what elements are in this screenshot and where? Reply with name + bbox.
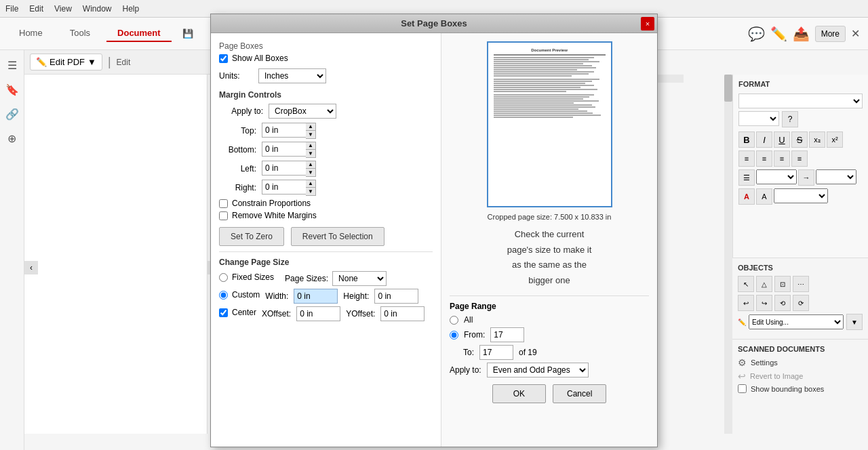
menu-view[interactable]: View [54,4,72,14]
bold-button[interactable]: B [738,131,755,148]
dropdown-arrow-icon: ▼ [87,57,96,67]
from-input[interactable] [490,327,524,342]
ok-button[interactable]: OK [492,384,546,403]
preview-line [494,112,593,114]
tab-document[interactable]: Document [106,25,172,42]
help-circle-icon[interactable]: ? [782,111,798,127]
right-decrement-button[interactable]: ▼ [306,188,315,195]
top-increment-button[interactable]: ▲ [306,123,315,131]
pen-icon[interactable]: ✏️ [770,26,787,42]
select-object-button[interactable]: ↖ [738,276,754,292]
page-sizes-row: Page Sizes: None [285,271,387,286]
nav-arrow-left[interactable]: ‹ [24,261,38,274]
underline-button[interactable]: U [774,131,790,148]
strikethrough-button[interactable]: S [791,131,808,148]
bottom-decrement-button[interactable]: ▼ [306,150,315,157]
top-spin-buttons: ▲ ▼ [306,123,316,139]
align-justify-button[interactable]: ≡ [791,150,808,167]
superscript-button[interactable]: x² [827,131,843,148]
center-checkbox-row: Center [219,308,256,317]
preview-line [494,91,566,92]
redo-button[interactable]: ↪ [756,295,772,311]
sidebar-icon-pages[interactable]: ☰ [3,56,22,75]
dialog-close-button[interactable]: × [641,17,654,30]
edit-pdf-icon: ✏️ [36,57,47,67]
revert-label: Revert to Image [750,372,803,380]
more-objects-button[interactable]: ⋯ [793,276,809,292]
fixed-sizes-radio[interactable] [219,273,228,282]
set-to-zero-button[interactable]: Set To Zero [219,227,284,246]
to-input[interactable] [479,345,513,360]
left-increment-button[interactable]: ▲ [306,161,315,169]
apply-to-page-range-select[interactable]: Even and Odd Pages [487,363,589,377]
settings-label[interactable]: Settings [751,359,778,367]
all-radio[interactable] [450,316,458,325]
font-family-select[interactable] [738,94,863,108]
list-style-select[interactable] [756,169,797,184]
comment-icon[interactable]: 💬 [748,26,765,42]
edit-pdf-button[interactable]: ✏️ Edit PDF ▼ [30,54,102,70]
edit-using-select[interactable]: Edit Using... [749,314,844,329]
close-app-icon[interactable]: ✕ [851,27,860,40]
subscript2-button[interactable]: A [756,188,772,205]
triangle-button[interactable]: △ [756,276,772,292]
menu-window[interactable]: Window [83,4,112,14]
italic-button[interactable]: I [756,131,772,148]
menu-help[interactable]: Help [123,4,140,14]
rotate-button[interactable]: ⟲ [774,295,791,311]
align-center-button[interactable]: ≡ [756,150,772,167]
show-bounding-checkbox[interactable] [738,384,747,393]
units-select[interactable]: Inches [258,68,326,83]
menu-edit[interactable]: Edit [29,4,43,14]
menu-file[interactable]: File [5,4,18,14]
right-scrollbar-thumb[interactable] [724,75,732,102]
edit-dropdown-button[interactable]: ▼ [846,314,863,330]
revert-to-selection-button[interactable]: Revert To Selection [291,227,384,246]
right-increment-button[interactable]: ▲ [306,180,315,188]
undo-button[interactable]: ↩ [738,295,754,311]
width-input[interactable] [294,289,338,304]
text-color-button[interactable]: A [738,188,755,205]
yoffset-label: YOffset: [346,309,375,319]
top-margin-row: Top: ▲ ▼ [219,123,433,139]
page-sizes-select[interactable]: None [332,271,387,286]
right-input[interactable] [262,180,306,195]
apply-to-select[interactable]: CropBox [269,104,336,119]
center-checkbox[interactable] [219,308,228,317]
align-right-button[interactable]: ≡ [774,150,790,167]
left-decrement-button[interactable]: ▼ [306,169,315,176]
constrain-proportions-checkbox[interactable] [219,199,228,208]
more-button[interactable]: More [815,26,846,42]
units-label: Units: [219,71,253,81]
crop-button[interactable]: ⊡ [774,276,791,292]
xoffset-input[interactable] [296,306,340,321]
dialog-title: Set Page Boxes [401,18,467,28]
remove-white-checkbox[interactable] [219,211,228,220]
custom-radio[interactable] [219,291,228,300]
bottom-increment-button[interactable]: ▲ [306,142,315,150]
yoffset-input[interactable] [380,306,425,321]
from-radio[interactable] [450,331,458,340]
tab-home[interactable]: Home [8,25,54,42]
show-all-boxes-checkbox[interactable] [219,54,228,63]
subscript-button[interactable]: x₂ [809,131,825,148]
preview-line [494,83,585,84]
font-size-select[interactable] [738,111,779,126]
top-decrement-button[interactable]: ▼ [306,131,315,138]
share-icon[interactable]: 📤 [793,26,810,42]
color-select[interactable] [774,188,828,203]
indent-select[interactable] [816,169,856,184]
left-input[interactable] [262,161,306,176]
cancel-button[interactable]: Cancel [553,384,606,403]
list-button[interactable]: ☰ [738,169,755,186]
sidebar-icon-links[interactable]: 🔗 [3,104,22,123]
align-left-button[interactable]: ≡ [738,150,755,167]
top-input[interactable] [262,123,306,138]
height-input[interactable] [374,289,418,304]
sidebar-icon-bookmarks[interactable]: 🔖 [3,80,22,99]
tab-tools[interactable]: Tools [59,25,101,42]
flip-button[interactable]: ⟳ [793,295,809,311]
sidebar-icon-layers[interactable]: ⊕ [3,129,22,148]
indent-button[interactable]: → [798,169,814,186]
bottom-input[interactable] [262,142,306,157]
